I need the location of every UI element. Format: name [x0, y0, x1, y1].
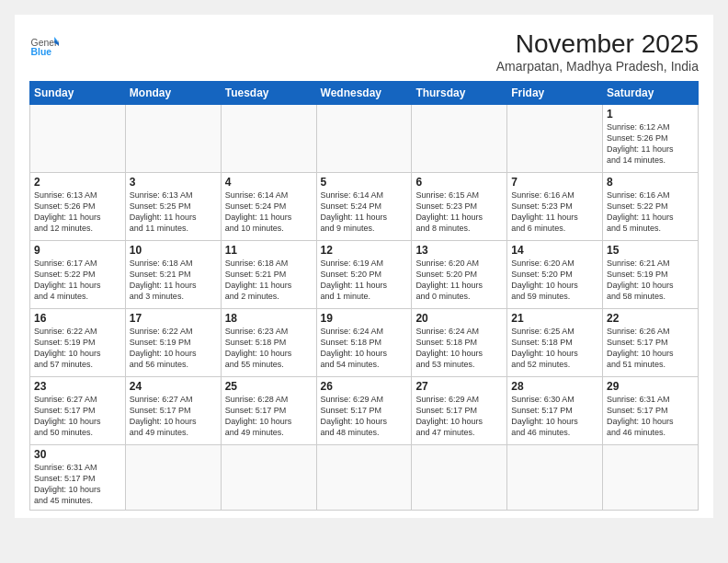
week-row-2: 2Sunrise: 6:13 AM Sunset: 5:26 PM Daylig…	[30, 173, 699, 241]
day-info: Sunrise: 6:31 AM Sunset: 5:17 PM Dayligh…	[34, 462, 121, 507]
day-info: Sunrise: 6:26 AM Sunset: 5:17 PM Dayligh…	[607, 326, 694, 371]
day-number: 28	[511, 380, 598, 393]
day-info: Sunrise: 6:12 AM Sunset: 5:26 PM Dayligh…	[607, 121, 694, 167]
day-number: 21	[511, 312, 598, 325]
weekday-header-saturday: Saturday	[603, 82, 699, 105]
day-info: Sunrise: 6:25 AM Sunset: 5:18 PM Dayligh…	[511, 326, 598, 371]
weekday-header-wednesday: Wednesday	[316, 82, 412, 105]
calendar-cell: 14Sunrise: 6:20 AM Sunset: 5:20 PM Dayli…	[507, 241, 603, 309]
day-number: 15	[607, 244, 694, 257]
calendar-cell: 26Sunrise: 6:29 AM Sunset: 5:17 PM Dayli…	[316, 377, 412, 445]
calendar-cell: 29Sunrise: 6:31 AM Sunset: 5:17 PM Dayli…	[603, 377, 699, 445]
calendar-cell: 6Sunrise: 6:15 AM Sunset: 5:23 PM Daylig…	[412, 173, 507, 241]
calendar-cell: 18Sunrise: 6:23 AM Sunset: 5:18 PM Dayli…	[221, 309, 316, 377]
day-info: Sunrise: 6:20 AM Sunset: 5:20 PM Dayligh…	[511, 258, 598, 303]
day-info: Sunrise: 6:18 AM Sunset: 5:21 PM Dayligh…	[225, 258, 313, 303]
day-number: 30	[34, 448, 121, 461]
calendar-cell: 12Sunrise: 6:19 AM Sunset: 5:20 PM Dayli…	[316, 241, 412, 309]
calendar-cell: 19Sunrise: 6:24 AM Sunset: 5:18 PM Dayli…	[316, 309, 412, 377]
calendar-cell: 3Sunrise: 6:13 AM Sunset: 5:25 PM Daylig…	[125, 173, 221, 241]
calendar-cell: 28Sunrise: 6:30 AM Sunset: 5:17 PM Dayli…	[507, 377, 603, 445]
calendar-cell: 21Sunrise: 6:25 AM Sunset: 5:18 PM Dayli…	[507, 309, 603, 377]
calendar-cell	[125, 105, 221, 173]
calendar-cell: 24Sunrise: 6:27 AM Sunset: 5:17 PM Dayli…	[125, 377, 221, 445]
weekday-header-sunday: Sunday	[30, 82, 126, 105]
calendar-cell	[316, 445, 412, 511]
calendar-cell: 5Sunrise: 6:14 AM Sunset: 5:24 PM Daylig…	[316, 173, 412, 241]
day-info: Sunrise: 6:16 AM Sunset: 5:22 PM Dayligh…	[607, 190, 694, 235]
svg-text:Blue: Blue	[31, 47, 52, 57]
week-row-4: 16Sunrise: 6:22 AM Sunset: 5:19 PM Dayli…	[30, 309, 699, 377]
calendar-cell: 27Sunrise: 6:29 AM Sunset: 5:17 PM Dayli…	[412, 377, 507, 445]
day-number: 7	[511, 176, 598, 189]
calendar-cell: 2Sunrise: 6:13 AM Sunset: 5:26 PM Daylig…	[30, 173, 126, 241]
day-number: 9	[34, 244, 121, 257]
day-number: 11	[225, 244, 313, 257]
day-number: 8	[607, 176, 694, 189]
day-number: 26	[321, 380, 408, 393]
day-number: 23	[34, 380, 121, 393]
calendar-cell	[316, 105, 412, 173]
calendar-cell: 16Sunrise: 6:22 AM Sunset: 5:19 PM Dayli…	[30, 309, 126, 377]
calendar-cell: 10Sunrise: 6:18 AM Sunset: 5:21 PM Dayli…	[125, 241, 221, 309]
day-info: Sunrise: 6:29 AM Sunset: 5:17 PM Dayligh…	[415, 394, 503, 439]
weekday-header-tuesday: Tuesday	[221, 82, 316, 105]
day-number: 25	[225, 380, 313, 393]
calendar-cell: 1Sunrise: 6:12 AM Sunset: 5:26 PM Daylig…	[603, 105, 699, 173]
week-row-1: 1Sunrise: 6:12 AM Sunset: 5:26 PM Daylig…	[30, 105, 699, 173]
day-number: 2	[34, 176, 121, 189]
day-info: Sunrise: 6:23 AM Sunset: 5:18 PM Dayligh…	[225, 326, 313, 371]
day-number: 29	[607, 380, 694, 393]
calendar-cell: 17Sunrise: 6:22 AM Sunset: 5:19 PM Dayli…	[125, 309, 221, 377]
weekday-header-thursday: Thursday	[412, 82, 507, 105]
day-info: Sunrise: 6:15 AM Sunset: 5:23 PM Dayligh…	[415, 190, 503, 235]
day-number: 12	[321, 244, 408, 257]
day-info: Sunrise: 6:16 AM Sunset: 5:23 PM Dayligh…	[511, 190, 598, 235]
day-info: Sunrise: 6:20 AM Sunset: 5:20 PM Dayligh…	[415, 258, 503, 303]
day-info: Sunrise: 6:13 AM Sunset: 5:25 PM Dayligh…	[130, 190, 217, 235]
calendar-cell: 22Sunrise: 6:26 AM Sunset: 5:17 PM Dayli…	[603, 309, 699, 377]
day-info: Sunrise: 6:14 AM Sunset: 5:24 PM Dayligh…	[225, 190, 313, 235]
week-row-5: 23Sunrise: 6:27 AM Sunset: 5:17 PM Dayli…	[30, 377, 699, 445]
calendar-cell: 23Sunrise: 6:27 AM Sunset: 5:17 PM Dayli…	[30, 377, 126, 445]
day-number: 13	[415, 244, 503, 257]
day-info: Sunrise: 6:21 AM Sunset: 5:19 PM Dayligh…	[607, 258, 694, 303]
day-number: 3	[130, 176, 217, 189]
day-number: 19	[321, 312, 408, 325]
calendar-cell: 13Sunrise: 6:20 AM Sunset: 5:20 PM Dayli…	[412, 241, 507, 309]
header: General Blue November 2025 Amarpatan, Ma…	[29, 29, 699, 74]
calendar: SundayMondayTuesdayWednesdayThursdayFrid…	[29, 81, 699, 511]
day-info: Sunrise: 6:29 AM Sunset: 5:17 PM Dayligh…	[321, 394, 408, 439]
day-number: 24	[130, 380, 217, 393]
title-block: November 2025 Amarpatan, Madhya Pradesh,…	[496, 29, 699, 74]
day-info: Sunrise: 6:24 AM Sunset: 5:18 PM Dayligh…	[415, 326, 503, 371]
day-info: Sunrise: 6:27 AM Sunset: 5:17 PM Dayligh…	[34, 394, 121, 439]
calendar-cell: 20Sunrise: 6:24 AM Sunset: 5:18 PM Dayli…	[412, 309, 507, 377]
location: Amarpatan, Madhya Pradesh, India	[496, 59, 699, 74]
day-number: 17	[130, 312, 217, 325]
month-title: November 2025	[496, 29, 699, 59]
day-info: Sunrise: 6:24 AM Sunset: 5:18 PM Dayligh…	[321, 326, 408, 371]
day-number: 5	[321, 176, 408, 189]
day-number: 18	[225, 312, 313, 325]
calendar-cell: 25Sunrise: 6:28 AM Sunset: 5:17 PM Dayli…	[221, 377, 316, 445]
calendar-cell	[30, 105, 126, 173]
week-row-6: 30Sunrise: 6:31 AM Sunset: 5:17 PM Dayli…	[30, 445, 699, 511]
day-number: 1	[607, 108, 694, 121]
calendar-cell: 30Sunrise: 6:31 AM Sunset: 5:17 PM Dayli…	[30, 445, 126, 511]
calendar-cell	[221, 105, 316, 173]
calendar-cell	[507, 105, 603, 173]
week-row-3: 9Sunrise: 6:17 AM Sunset: 5:22 PM Daylig…	[30, 241, 699, 309]
page: General Blue November 2025 Amarpatan, Ma…	[15, 15, 713, 518]
day-info: Sunrise: 6:13 AM Sunset: 5:26 PM Dayligh…	[34, 190, 121, 235]
calendar-cell	[603, 445, 699, 511]
day-info: Sunrise: 6:31 AM Sunset: 5:17 PM Dayligh…	[607, 394, 694, 439]
weekday-header-friday: Friday	[507, 82, 603, 105]
calendar-cell: 15Sunrise: 6:21 AM Sunset: 5:19 PM Dayli…	[603, 241, 699, 309]
calendar-cell	[221, 445, 316, 511]
day-info: Sunrise: 6:22 AM Sunset: 5:19 PM Dayligh…	[34, 326, 121, 371]
logo: General Blue	[29, 29, 59, 59]
day-number: 6	[415, 176, 503, 189]
day-info: Sunrise: 6:30 AM Sunset: 5:17 PM Dayligh…	[511, 394, 598, 439]
day-number: 10	[130, 244, 217, 257]
